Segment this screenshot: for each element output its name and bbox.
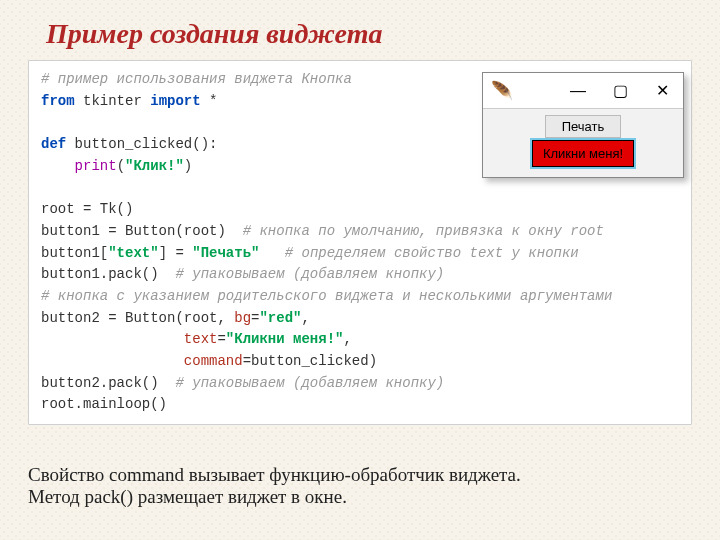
footer-text: Свойство command вызывает функцию-обрабо… bbox=[28, 464, 692, 508]
keyword-def: def bbox=[41, 136, 66, 152]
keyword-from: from bbox=[41, 93, 75, 109]
window-body: Печать Кликни меня! bbox=[483, 109, 683, 177]
minimize-button[interactable]: — bbox=[557, 73, 599, 109]
close-button[interactable]: ✕ bbox=[641, 73, 683, 109]
titlebar: 🪶 — ▢ ✕ bbox=[483, 73, 683, 109]
maximize-button[interactable]: ▢ bbox=[599, 73, 641, 109]
keyword-import: import bbox=[150, 93, 200, 109]
page-title: Пример создания виджета bbox=[46, 18, 692, 50]
print-button[interactable]: Печать bbox=[545, 115, 622, 138]
code-comment: # пример использования виджета Кнопка bbox=[41, 71, 352, 87]
func-print: print bbox=[75, 158, 117, 174]
footer-line-1: Свойство command вызывает функцию-обрабо… bbox=[28, 464, 692, 486]
feather-icon: 🪶 bbox=[483, 80, 521, 102]
footer-line-2: Метод pack() размещает виджет в окне. bbox=[28, 486, 692, 508]
tkinter-window: 🪶 — ▢ ✕ Печать Кликни меня! bbox=[482, 72, 684, 178]
click-me-button[interactable]: Кликни меня! bbox=[532, 140, 634, 167]
